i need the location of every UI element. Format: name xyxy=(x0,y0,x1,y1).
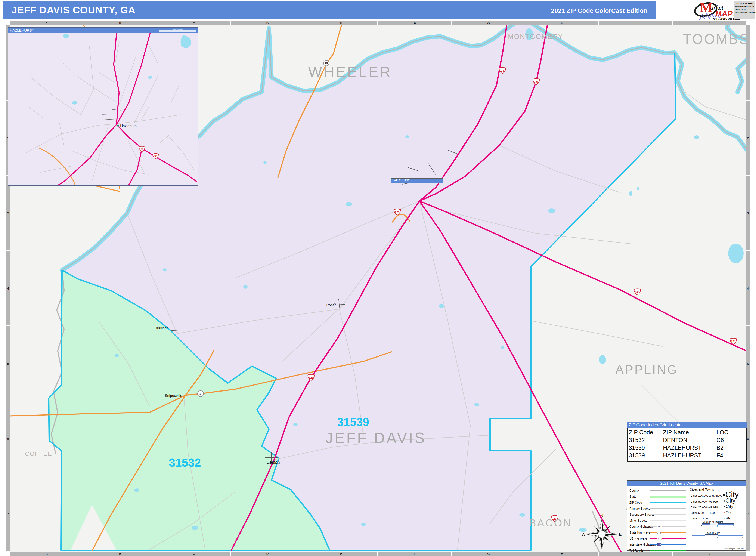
cell-name: HAZLEHURST xyxy=(663,444,716,452)
zip-line-sample xyxy=(650,502,686,503)
grid-ruler-bottom: A B C D E F G H I J xyxy=(10,552,746,556)
scale-tick: 1 xyxy=(717,525,718,527)
city-sample: City xyxy=(724,511,731,514)
zip-label-31539: 31539 xyxy=(337,416,369,428)
svg-text:341: 341 xyxy=(731,340,736,343)
state-line-sample xyxy=(650,496,686,498)
grid-col-label: I xyxy=(599,22,673,25)
primary-street-sample xyxy=(650,508,686,509)
scale-tick: 2 xyxy=(742,536,743,539)
scale-tick: 0 xyxy=(701,525,702,527)
city-size-label: Cities 100,000 and Above xyxy=(691,494,722,497)
grid-col-label: C xyxy=(157,22,231,25)
svg-text:341: 341 xyxy=(154,155,157,158)
city-dot xyxy=(723,494,725,496)
inset-town-label: Hazlehurst xyxy=(120,124,138,128)
svg-text:W: W xyxy=(581,532,585,536)
svg-text:341: 341 xyxy=(635,290,640,293)
grid-col-label: E xyxy=(304,22,378,25)
grid-col-label: C xyxy=(157,552,231,556)
map-legend: 2021 Jeff Davis County, GA Map County St… xyxy=(627,480,746,551)
contact-email-header: EMAIL US AT: xyxy=(735,9,754,11)
interstate-sample xyxy=(650,544,686,545)
scale-km-label: Scale in Kilometers xyxy=(691,521,734,523)
grid-col-label: D xyxy=(231,22,304,25)
city-sample: City xyxy=(723,497,735,504)
grid-col-label: A xyxy=(10,552,83,556)
col-zip-name: ZIP Name xyxy=(663,428,716,436)
grid-row-label: 4 xyxy=(746,251,750,326)
city-dot xyxy=(724,518,725,519)
city-box-title: HAZLEHURST xyxy=(392,179,409,182)
city-dot xyxy=(723,500,725,502)
scale-km-bar xyxy=(702,523,734,525)
scale-tick: 1 xyxy=(717,536,718,539)
grid-row-label: 7 xyxy=(6,477,10,552)
cell-name: DENTON xyxy=(663,436,716,444)
table-header-row: ZIP Code ZIP Name LOC xyxy=(629,428,745,436)
grid-col-label: H xyxy=(525,552,599,556)
city-size-label: Cities 25,000 - 49,999 xyxy=(691,506,718,509)
label-bacon: BACON xyxy=(529,517,572,529)
grid-row-label: 4 xyxy=(6,251,10,326)
grid-row-label: 6 xyxy=(746,401,750,477)
legend-item-label: Toll Roads xyxy=(629,549,643,552)
header-bar: JEFF DAVIS COUNTY, GA 2021 ZIP Code Colo… xyxy=(3,1,656,19)
city-sample: City xyxy=(724,504,733,509)
legend-item-label: County Highways xyxy=(629,525,653,528)
town-kirkland: Kirkland xyxy=(156,326,169,330)
legend-item-label: ZIP Code xyxy=(629,501,642,504)
cell-loc: B2 xyxy=(716,444,745,452)
contact-phone: 1-888-434-MAPS (6277) xyxy=(735,5,754,7)
cell-zip: 31532 xyxy=(629,436,663,444)
svg-text:N: N xyxy=(600,514,603,518)
state-highway-badge: 123 xyxy=(657,530,661,534)
zip-index-table: ZIP Code ZIP Name LOC 31532 DENTON C6 31… xyxy=(627,428,747,462)
grid-col-label: F xyxy=(378,552,452,556)
svg-text:221: 221 xyxy=(309,376,314,379)
grid-col-label: E xyxy=(304,552,378,556)
col-loc: LOC xyxy=(716,428,745,436)
scale-mi-label: Scale in Miles xyxy=(691,532,734,534)
legend-item-label: Minor Streets xyxy=(629,519,647,522)
inset-title: HAZLEHURST xyxy=(10,29,34,33)
minor-street-sample xyxy=(650,520,686,521)
legend-title: 2021 Jeff Davis County, GA Map xyxy=(627,481,746,486)
us-highway-badge: 123 xyxy=(657,536,662,540)
label-toombs: TOOMBS xyxy=(683,31,750,47)
city-sample: City xyxy=(724,516,730,519)
contact-email: mapsales@MarketMAPS.com xyxy=(735,11,754,14)
table-row: 31539 HAZLEHURST F4 xyxy=(629,452,745,459)
grid-row-label: 3 xyxy=(746,176,750,251)
grid-col-label: I xyxy=(599,552,673,556)
label-appling: APPLING xyxy=(615,362,678,376)
city-dot xyxy=(724,512,725,513)
interstate-badge: 123 xyxy=(657,543,661,546)
inset-town-dot xyxy=(117,125,119,127)
grid-col-label: J xyxy=(673,22,746,25)
toll-road-sample xyxy=(650,550,686,551)
cell-loc: F4 xyxy=(716,452,745,459)
scale-tick: 0 xyxy=(691,536,692,539)
town-denton: Denton xyxy=(266,460,280,464)
grid-col-label: F xyxy=(378,22,452,25)
label-coffee: COFFEE xyxy=(25,451,52,457)
grid-row-label: 7 xyxy=(746,477,750,552)
zip-code-index: ZIP Code Index/Grid Locator ZIP Code ZIP… xyxy=(627,422,747,462)
legend-item-label: State xyxy=(629,495,637,498)
hazlehurst-inset-map: HAZLEHURST Scale in Miles xyxy=(8,27,199,186)
inset-scale-label: Scale in Miles xyxy=(159,28,196,30)
city-size-label: Cities 50,000 - 99,999 xyxy=(691,500,718,503)
svg-text:221: 221 xyxy=(534,80,539,83)
grid-row-label: 5 xyxy=(746,326,750,402)
us-hwy-sample xyxy=(650,538,686,539)
legend-item-label: US Highways xyxy=(629,537,647,540)
svg-text:23: 23 xyxy=(501,69,504,72)
grid-col-label: D xyxy=(231,552,304,556)
zip-label-31532: 31532 xyxy=(169,456,201,469)
inset-scale-bar: Scale in Miles xyxy=(159,28,196,32)
city-size-label: Cities 5,000 - 24,999 xyxy=(691,511,716,515)
grid-row-label: 2 xyxy=(746,101,750,176)
city-dot xyxy=(724,506,725,507)
grid-col-label: B xyxy=(83,552,157,556)
